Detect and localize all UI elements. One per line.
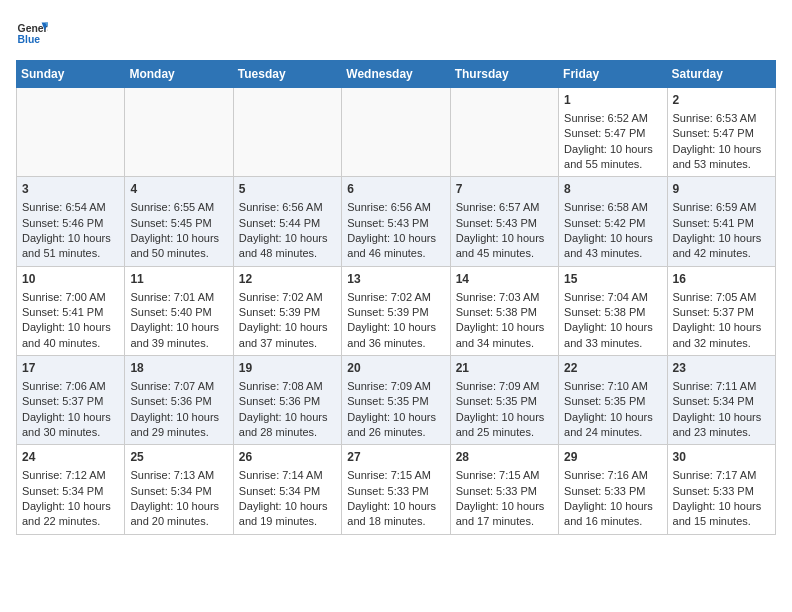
day-info-line: Sunrise: 7:16 AM xyxy=(564,468,661,483)
calendar-cell: 4Sunrise: 6:55 AMSunset: 5:45 PMDaylight… xyxy=(125,177,233,266)
day-info-line: Daylight: 10 hours and 15 minutes. xyxy=(673,499,770,530)
day-info-line: Sunset: 5:33 PM xyxy=(673,484,770,499)
day-info-line: Daylight: 10 hours and 36 minutes. xyxy=(347,320,444,351)
calendar-cell xyxy=(450,88,558,177)
day-info-line: Daylight: 10 hours and 29 minutes. xyxy=(130,410,227,441)
day-number: 2 xyxy=(673,92,770,109)
calendar-cell: 2Sunrise: 6:53 AMSunset: 5:47 PMDaylight… xyxy=(667,88,775,177)
calendar-cell: 9Sunrise: 6:59 AMSunset: 5:41 PMDaylight… xyxy=(667,177,775,266)
day-info-line: Sunrise: 6:56 AM xyxy=(347,200,444,215)
day-number: 26 xyxy=(239,449,336,466)
day-number: 13 xyxy=(347,271,444,288)
calendar-cell: 5Sunrise: 6:56 AMSunset: 5:44 PMDaylight… xyxy=(233,177,341,266)
day-info-line: Sunrise: 7:14 AM xyxy=(239,468,336,483)
day-info-line: Sunset: 5:33 PM xyxy=(564,484,661,499)
day-info-line: Daylight: 10 hours and 19 minutes. xyxy=(239,499,336,530)
day-info-line: Daylight: 10 hours and 46 minutes. xyxy=(347,231,444,262)
day-info-line: Sunset: 5:46 PM xyxy=(22,216,119,231)
day-info-line: Sunrise: 7:04 AM xyxy=(564,290,661,305)
day-info-line: Sunset: 5:39 PM xyxy=(239,305,336,320)
day-number: 9 xyxy=(673,181,770,198)
day-info-line: Sunrise: 7:13 AM xyxy=(130,468,227,483)
day-info-line: Daylight: 10 hours and 51 minutes. xyxy=(22,231,119,262)
day-info-line: Sunset: 5:33 PM xyxy=(456,484,553,499)
day-info-line: Sunrise: 6:54 AM xyxy=(22,200,119,215)
day-info-line: Daylight: 10 hours and 40 minutes. xyxy=(22,320,119,351)
day-number: 27 xyxy=(347,449,444,466)
day-number: 1 xyxy=(564,92,661,109)
calendar-cell: 28Sunrise: 7:15 AMSunset: 5:33 PMDayligh… xyxy=(450,445,558,534)
day-info-line: Daylight: 10 hours and 48 minutes. xyxy=(239,231,336,262)
day-info-line: Sunrise: 7:06 AM xyxy=(22,379,119,394)
day-info-line: Sunrise: 7:17 AM xyxy=(673,468,770,483)
day-info-line: Daylight: 10 hours and 45 minutes. xyxy=(456,231,553,262)
day-info-line: Sunset: 5:45 PM xyxy=(130,216,227,231)
day-number: 25 xyxy=(130,449,227,466)
day-info-line: Sunset: 5:42 PM xyxy=(564,216,661,231)
day-info-line: Sunset: 5:36 PM xyxy=(130,394,227,409)
day-info-line: Daylight: 10 hours and 39 minutes. xyxy=(130,320,227,351)
day-info-line: Sunrise: 7:09 AM xyxy=(456,379,553,394)
day-number: 3 xyxy=(22,181,119,198)
day-info-line: Sunset: 5:40 PM xyxy=(130,305,227,320)
day-info-line: Sunset: 5:38 PM xyxy=(564,305,661,320)
calendar-cell: 14Sunrise: 7:03 AMSunset: 5:38 PMDayligh… xyxy=(450,266,558,355)
day-number: 16 xyxy=(673,271,770,288)
page-header: General Blue xyxy=(16,16,776,48)
day-info-line: Sunrise: 7:00 AM xyxy=(22,290,119,305)
day-info-line: Daylight: 10 hours and 55 minutes. xyxy=(564,142,661,173)
day-number: 22 xyxy=(564,360,661,377)
calendar-cell: 17Sunrise: 7:06 AMSunset: 5:37 PMDayligh… xyxy=(17,356,125,445)
day-info-line: Sunset: 5:35 PM xyxy=(347,394,444,409)
calendar-header-row: SundayMondayTuesdayWednesdayThursdayFrid… xyxy=(17,61,776,88)
day-info-line: Sunrise: 7:10 AM xyxy=(564,379,661,394)
day-info-line: Daylight: 10 hours and 37 minutes. xyxy=(239,320,336,351)
day-info-line: Daylight: 10 hours and 18 minutes. xyxy=(347,499,444,530)
calendar-cell: 21Sunrise: 7:09 AMSunset: 5:35 PMDayligh… xyxy=(450,356,558,445)
calendar-cell: 7Sunrise: 6:57 AMSunset: 5:43 PMDaylight… xyxy=(450,177,558,266)
day-of-week-header: Sunday xyxy=(17,61,125,88)
day-info-line: Sunset: 5:34 PM xyxy=(22,484,119,499)
day-info-line: Sunset: 5:43 PM xyxy=(456,216,553,231)
svg-text:Blue: Blue xyxy=(18,34,41,45)
day-info-line: Sunrise: 7:11 AM xyxy=(673,379,770,394)
day-info-line: Sunrise: 7:09 AM xyxy=(347,379,444,394)
day-number: 14 xyxy=(456,271,553,288)
calendar-cell: 8Sunrise: 6:58 AMSunset: 5:42 PMDaylight… xyxy=(559,177,667,266)
calendar-cell: 18Sunrise: 7:07 AMSunset: 5:36 PMDayligh… xyxy=(125,356,233,445)
day-info-line: Daylight: 10 hours and 28 minutes. xyxy=(239,410,336,441)
calendar-cell: 24Sunrise: 7:12 AMSunset: 5:34 PMDayligh… xyxy=(17,445,125,534)
day-info-line: Sunrise: 6:55 AM xyxy=(130,200,227,215)
day-info-line: Sunset: 5:37 PM xyxy=(22,394,119,409)
calendar-cell: 25Sunrise: 7:13 AMSunset: 5:34 PMDayligh… xyxy=(125,445,233,534)
day-info-line: Daylight: 10 hours and 50 minutes. xyxy=(130,231,227,262)
day-number: 20 xyxy=(347,360,444,377)
day-info-line: Daylight: 10 hours and 42 minutes. xyxy=(673,231,770,262)
calendar-cell: 16Sunrise: 7:05 AMSunset: 5:37 PMDayligh… xyxy=(667,266,775,355)
calendar-cell: 30Sunrise: 7:17 AMSunset: 5:33 PMDayligh… xyxy=(667,445,775,534)
calendar-cell: 26Sunrise: 7:14 AMSunset: 5:34 PMDayligh… xyxy=(233,445,341,534)
day-info-line: Sunset: 5:39 PM xyxy=(347,305,444,320)
calendar-cell xyxy=(342,88,450,177)
calendar-cell: 3Sunrise: 6:54 AMSunset: 5:46 PMDaylight… xyxy=(17,177,125,266)
day-info-line: Sunrise: 7:02 AM xyxy=(239,290,336,305)
day-info-line: Sunrise: 6:52 AM xyxy=(564,111,661,126)
calendar-cell: 27Sunrise: 7:15 AMSunset: 5:33 PMDayligh… xyxy=(342,445,450,534)
day-info-line: Daylight: 10 hours and 16 minutes. xyxy=(564,499,661,530)
day-number: 8 xyxy=(564,181,661,198)
calendar-cell: 10Sunrise: 7:00 AMSunset: 5:41 PMDayligh… xyxy=(17,266,125,355)
day-info-line: Sunrise: 7:02 AM xyxy=(347,290,444,305)
calendar-week-row: 1Sunrise: 6:52 AMSunset: 5:47 PMDaylight… xyxy=(17,88,776,177)
calendar-cell: 1Sunrise: 6:52 AMSunset: 5:47 PMDaylight… xyxy=(559,88,667,177)
day-of-week-header: Saturday xyxy=(667,61,775,88)
day-info-line: Daylight: 10 hours and 43 minutes. xyxy=(564,231,661,262)
day-info-line: Sunset: 5:41 PM xyxy=(673,216,770,231)
calendar-cell: 20Sunrise: 7:09 AMSunset: 5:35 PMDayligh… xyxy=(342,356,450,445)
day-number: 6 xyxy=(347,181,444,198)
calendar-week-row: 10Sunrise: 7:00 AMSunset: 5:41 PMDayligh… xyxy=(17,266,776,355)
day-of-week-header: Wednesday xyxy=(342,61,450,88)
calendar-table: SundayMondayTuesdayWednesdayThursdayFrid… xyxy=(16,60,776,535)
day-info-line: Daylight: 10 hours and 32 minutes. xyxy=(673,320,770,351)
day-info-line: Sunset: 5:34 PM xyxy=(130,484,227,499)
day-number: 5 xyxy=(239,181,336,198)
